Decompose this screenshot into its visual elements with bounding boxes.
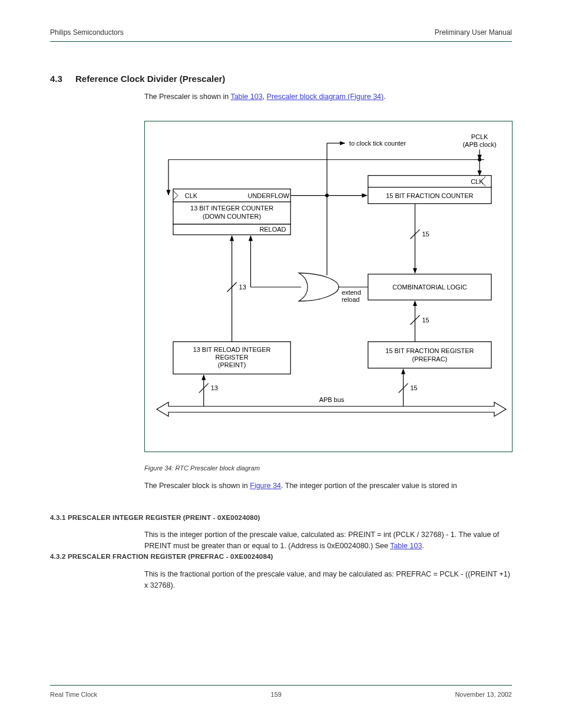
- diagram-svg: PCLK (APB clock) CLK 15 BIT FRACTION COU…: [145, 121, 512, 452]
- label-pclk: PCLK: [471, 133, 488, 140]
- label-extend-reload-l1: extend: [342, 289, 361, 296]
- bus-width-15-c: 15: [411, 384, 418, 391]
- intro-paragraph: The Prescaler is shown in Table 103, Pre…: [144, 91, 512, 102]
- label-frac-clk: CLK: [471, 178, 484, 185]
- intro-ref-c: .: [384, 93, 385, 101]
- section-title: 4.3 Reference Clock Divider (Prescaler): [50, 74, 225, 84]
- header-left: Philips Semiconductors: [50, 28, 124, 37]
- link-table-103-b[interactable]: Table 103: [390, 542, 422, 550]
- footer-rule: [50, 685, 512, 686]
- page-footer: Real Time Clock 159 November 13, 2002: [50, 691, 512, 698]
- label-int-reg-l1: 13 BIT RELOAD INTEGER: [193, 346, 271, 353]
- subsection-preint: 4.3.1 PRESCALER INTEGER REGISTER (PREINT…: [50, 514, 260, 521]
- label-comb-logic: COMBINATORIAL LOGIC: [392, 284, 467, 291]
- paragraph-preint: This is the integer portion of the presc…: [144, 529, 512, 552]
- p2-a: This is the integer portion of the presc…: [144, 531, 499, 550]
- intro-ref-b: ,: [263, 93, 267, 101]
- link-table-103[interactable]: Table 103: [230, 93, 262, 101]
- label-int-clk: CLK: [185, 192, 198, 199]
- bus-width-15-b: 15: [422, 317, 429, 324]
- bus-width-13-b: 13: [211, 384, 218, 391]
- figure-prescaler-diagram: PCLK (APB clock) CLK 15 BIT FRACTION COU…: [144, 121, 513, 452]
- label-apb-clock: (APB clock): [462, 141, 496, 148]
- section-number: 4.3: [50, 74, 62, 84]
- figure-caption: Figure 34: RTC Prescaler block diagram: [144, 465, 512, 472]
- p2-b: .: [422, 542, 424, 550]
- apb-bus-arrow: [157, 402, 506, 416]
- label-int-counter-l2: (DOWN COUNTER): [203, 213, 261, 220]
- header-rule: [50, 41, 512, 42]
- label-extend-reload-l2: reload: [342, 296, 359, 303]
- section-heading: Reference Clock Divider (Prescaler): [75, 74, 225, 84]
- bus-width-15-a: 15: [422, 230, 429, 238]
- intro-ref-a: The Prescaler is shown in: [144, 93, 230, 101]
- page-header: Philips Semiconductors Preliminary User …: [50, 28, 512, 37]
- label-int-reg-l2: REGISTER: [216, 354, 249, 361]
- p1-a: The Prescaler block is shown in: [144, 482, 250, 490]
- label-int-reg-l3: (PREINT): [218, 361, 246, 368]
- link-figure-34-b[interactable]: Figure 34: [250, 482, 281, 490]
- label-to-tick: to clock tick counter: [349, 140, 406, 147]
- link-figure-34[interactable]: Prescaler block diagram (Figure 34): [267, 93, 384, 101]
- label-frac-reg-l1: 15 BIT FRACTION REGISTER: [385, 347, 474, 354]
- subsection-prefrac: 4.3.2 PRESCALER FRACTION REGISTER (PREFR…: [50, 553, 273, 560]
- or-gate: [299, 273, 339, 301]
- label-fraction-counter: 15 BIT FRACTION COUNTER: [386, 192, 473, 199]
- label-apb-bus: APB bus: [319, 396, 345, 403]
- p1-b: . The integer portion of the prescaler v…: [281, 482, 457, 490]
- header-right: Preliminary User Manual: [435, 28, 512, 37]
- bus-width-13-a: 13: [239, 284, 246, 291]
- paragraph-prefrac: This is the fractional portion of the pr…: [144, 569, 512, 591]
- footer-right: November 13, 2002: [455, 691, 512, 698]
- label-reload: RELOAD: [259, 226, 286, 233]
- label-int-counter-l1: 13 BIT INTEGER COUNTER: [190, 205, 273, 212]
- label-frac-reg-l2: (PREFRAC): [412, 355, 448, 363]
- footer-page-number: 159: [271, 691, 282, 698]
- paragraph-prescaler-desc: The Prescaler block is shown in Figure 3…: [144, 480, 512, 492]
- label-underflow: UNDERFLOW: [247, 192, 289, 199]
- footer-left: Real Time Clock: [50, 691, 97, 698]
